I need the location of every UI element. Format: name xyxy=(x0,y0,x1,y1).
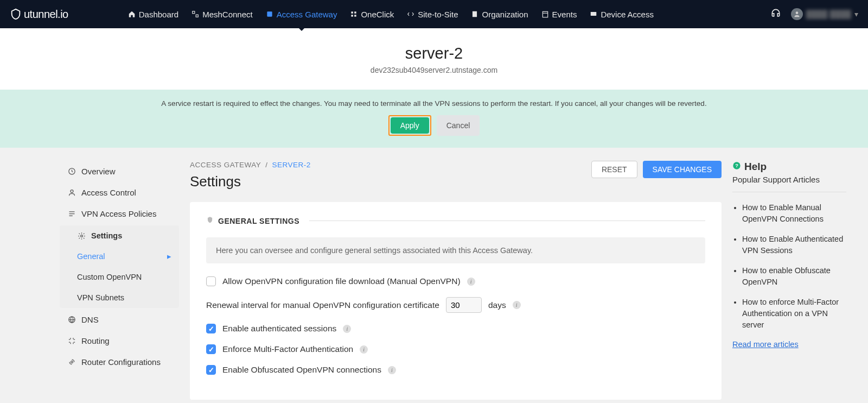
sidebar-item-routing[interactable]: Routing xyxy=(60,330,179,351)
user-name: ████ ████ xyxy=(806,10,851,18)
svg-rect-4 xyxy=(355,11,357,14)
checkbox-allow-download[interactable] xyxy=(206,276,216,286)
svg-point-13 xyxy=(80,235,82,237)
svg-point-10 xyxy=(795,11,798,14)
setting-label: Enable Obfuscated OpenVPN connections xyxy=(222,365,381,375)
nav-label: Dashboard xyxy=(139,10,178,19)
home-icon xyxy=(128,10,136,18)
breadcrumb-current: SERVER-2 xyxy=(272,161,311,169)
info-icon[interactable]: i xyxy=(513,301,521,309)
sidebar-label: Overview xyxy=(81,167,116,176)
info-icon[interactable]: i xyxy=(360,345,368,354)
sidebar-settings-group: Settings General▸ Custom OpenVPN VPN Sub… xyxy=(60,225,179,308)
sidebar: Overview Access Control VPN Access Polic… xyxy=(60,161,179,400)
section-header: GENERAL SETTINGS xyxy=(206,216,705,225)
main: ACCESS GATEWAY / SERVER-2 Settings RESET… xyxy=(190,161,722,400)
svg-rect-5 xyxy=(352,15,354,17)
sidebar-item-dns[interactable]: DNS xyxy=(60,309,179,330)
sidebar-sub-vpn-subnets[interactable]: VPN Subnets xyxy=(60,287,179,308)
setting-label: Renewal interval for manual OpenVPN conf… xyxy=(206,300,439,310)
page-actions: RESET SAVE CHANGES xyxy=(591,161,722,178)
nav-events[interactable]: Events xyxy=(541,1,577,28)
setting-auth-sessions: Enable authenticated sessions i xyxy=(206,324,705,333)
svg-rect-0 xyxy=(193,11,195,14)
nav-organization[interactable]: Organization xyxy=(471,1,528,28)
shield-icon xyxy=(206,216,214,225)
restart-notice: A service restart is required to effect … xyxy=(0,90,868,148)
apply-highlight: Apply xyxy=(388,115,431,136)
sidebar-label: DNS xyxy=(81,315,99,324)
info-icon[interactable]: i xyxy=(343,325,351,333)
help-title: ? Help xyxy=(732,161,846,173)
help-article-link[interactable]: How to Enable Manual OpenVPN Connections xyxy=(742,202,846,225)
nav-site-to-site[interactable]: Site-to-Site xyxy=(407,1,458,28)
save-changes-button[interactable]: SAVE CHANGES xyxy=(643,161,722,178)
nav-label: Access Gateway xyxy=(277,10,337,19)
svg-point-12 xyxy=(71,190,73,193)
main-nav: Dashboard MeshConnect Access Gateway One… xyxy=(128,1,654,28)
reset-button[interactable]: RESET xyxy=(591,161,637,178)
nav-access-gateway[interactable]: Access Gateway xyxy=(266,1,337,28)
nav-dashboard[interactable]: Dashboard xyxy=(128,1,178,28)
notice-actions: Apply Cancel xyxy=(0,115,868,136)
oneclick-icon xyxy=(350,10,358,18)
server-title: server-2 xyxy=(0,45,868,62)
mesh-icon xyxy=(192,10,199,18)
sidebar-label: Access Control xyxy=(81,188,136,197)
topbar: utunnel.io Dashboard MeshConnect Access … xyxy=(0,0,868,28)
apply-button[interactable]: Apply xyxy=(391,117,429,134)
org-icon xyxy=(471,10,478,18)
checkbox-obfuscated[interactable] xyxy=(206,365,216,375)
events-icon xyxy=(541,10,549,18)
sidebar-item-vpn-policies[interactable]: VPN Access Policies xyxy=(60,203,179,224)
gear-icon xyxy=(77,231,86,240)
setting-unit: days xyxy=(488,300,506,310)
sidebar-item-access-control[interactable]: Access Control xyxy=(60,182,179,203)
brand-logo[interactable]: utunnel.io xyxy=(10,8,68,21)
sidebar-item-overview[interactable]: Overview xyxy=(60,161,179,182)
settings-card: GENERAL SETTINGS Here you can oversee an… xyxy=(190,202,722,400)
help-article-link[interactable]: How to Enable Authenticated VPN Sessions xyxy=(742,234,846,256)
renewal-interval-input[interactable] xyxy=(446,297,482,313)
chevron-right-icon: ▸ xyxy=(167,252,171,261)
setting-mfa: Enforce Multi-Factor Authentication i xyxy=(206,344,705,354)
sidebar-label: Routing xyxy=(81,336,110,345)
logo-icon xyxy=(10,8,22,20)
info-icon[interactable]: i xyxy=(467,278,475,286)
help-title-text: Help xyxy=(744,161,767,173)
sidebar-label: Settings xyxy=(91,231,122,240)
main-header: ACCESS GATEWAY / SERVER-2 Settings RESET… xyxy=(190,161,722,190)
nav-label: Events xyxy=(552,10,577,19)
svg-rect-7 xyxy=(473,11,477,17)
policies-icon xyxy=(67,210,76,218)
nav-oneclick[interactable]: OneClick xyxy=(350,1,394,28)
help-article-link[interactable]: How to enable Obfuscate OpenVPN xyxy=(742,265,846,288)
sidebar-sub-general[interactable]: General▸ xyxy=(60,246,179,267)
checkbox-mfa[interactable] xyxy=(206,344,216,354)
setting-label: Allow OpenVPN configuration file downloa… xyxy=(222,276,461,286)
read-more-link[interactable]: Read more articles xyxy=(732,340,799,349)
nav-meshconnect[interactable]: MeshConnect xyxy=(192,1,253,28)
sidebar-item-router-config[interactable]: Router Configurations xyxy=(60,351,179,373)
sidebar-item-settings[interactable]: Settings xyxy=(60,225,179,246)
support-icon[interactable] xyxy=(770,8,781,21)
section-description: Here you can oversee and configure gener… xyxy=(206,237,705,263)
routing-icon xyxy=(67,337,76,345)
cancel-button[interactable]: Cancel xyxy=(437,115,480,136)
checkbox-auth-sessions[interactable] xyxy=(206,324,216,333)
nav-device-access[interactable]: Device Access xyxy=(590,1,654,28)
nav-label: OneClick xyxy=(361,10,394,19)
svg-rect-9 xyxy=(591,12,597,16)
site-icon xyxy=(407,10,414,18)
help-panel: ? Help Popular Support Articles How to E… xyxy=(732,161,857,400)
user-menu[interactable]: ████ ████ ▾ xyxy=(791,8,858,20)
nav-label: MeshConnect xyxy=(202,10,253,19)
info-icon[interactable]: i xyxy=(388,366,396,374)
sidebar-sub-custom-openvpn[interactable]: Custom OpenVPN xyxy=(60,267,179,287)
help-article-link[interactable]: How to enforce Multi-Factor Authenticati… xyxy=(742,297,846,331)
overview-icon xyxy=(67,167,76,176)
svg-point-15 xyxy=(71,361,73,363)
breadcrumb-root[interactable]: ACCESS GATEWAY xyxy=(190,161,261,169)
help-icon: ? xyxy=(732,161,741,173)
nav-label: Site-to-Site xyxy=(418,10,458,19)
